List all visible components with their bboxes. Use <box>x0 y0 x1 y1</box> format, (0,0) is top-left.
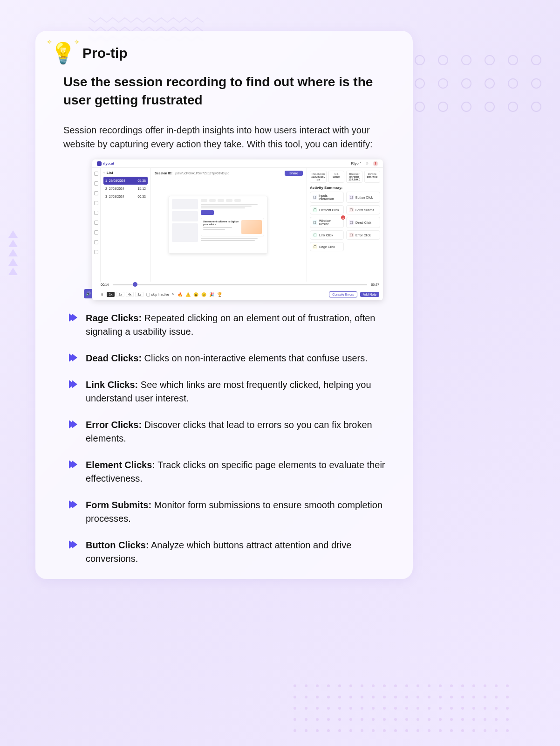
bullet-item: Button Clicks: Analyze which buttons att… <box>68 539 398 566</box>
info-cell: Browserchrome 127.0.0.0 <box>346 171 362 183</box>
list-title: List <box>107 171 113 175</box>
brand-name: riyo.ai <box>103 161 114 166</box>
activity-form-submit[interactable]: ▢Form Submit <box>346 205 380 214</box>
console-errors-button[interactable]: Console Errors <box>329 291 357 297</box>
bullet-text: Button Clicks: Analyze which buttons att… <box>86 539 393 566</box>
bullet-text: Error Clicks: Discover clicks that lead … <box>86 418 393 445</box>
rail-icon[interactable] <box>94 230 98 235</box>
rail-icon[interactable] <box>94 250 98 254</box>
emoji-trophy-icon[interactable]: 🏆 <box>217 292 222 297</box>
bullet-text: Rage Clicks: Repeated clicking on an ele… <box>86 311 393 338</box>
chevron-right-icon <box>68 352 77 365</box>
scrubber-knob[interactable] <box>133 282 137 287</box>
chevron-right-icon <box>68 312 77 338</box>
rail-icon[interactable] <box>94 240 98 244</box>
bullet-text: Form Submits: Monitor form submissions t… <box>86 498 393 525</box>
rail-icon[interactable] <box>94 211 98 215</box>
tip-intro: Session recordings offer in-depth insigh… <box>63 123 398 151</box>
emoji-warn-icon[interactable]: ⚠️ <box>185 292 191 297</box>
rail-icon[interactable] <box>94 181 98 186</box>
info-cell: OSLinux <box>328 171 344 183</box>
activity-error-click[interactable]: ▢Error Click <box>346 230 380 240</box>
bullet-item: Rage Clicks: Repeated clicking on an ele… <box>68 311 398 338</box>
chevron-right-icon <box>68 539 77 566</box>
account-switcher[interactable]: Riyo ˅ <box>351 161 362 166</box>
activity-element-click[interactable]: ▢Element Click <box>310 205 344 214</box>
bullet-item: Error Clicks: Discover clicks that lead … <box>68 418 398 445</box>
bullet-item: Dead Clicks: Clicks on non-interactive e… <box>68 352 398 365</box>
speed-1x[interactable]: 1x <box>107 292 115 297</box>
brand-logo[interactable]: riyo.ai <box>97 161 114 166</box>
activity-link-click[interactable]: ▢Link Click <box>310 230 344 240</box>
page-preview: Assessment software to digitize your adv… <box>169 196 267 254</box>
rail-icon[interactable] <box>94 191 98 195</box>
bullet-item: Link Clicks: See which links are most fr… <box>68 378 398 405</box>
pro-tip-label: Pro-tip <box>82 45 128 61</box>
speed-2x[interactable]: 2x <box>116 292 124 297</box>
session-row[interactable]: 3 2//08/202400:33 <box>103 193 148 200</box>
time-current: 00:14 <box>101 283 109 286</box>
session-recording-screenshot: 🔊 riyo.ai Riyo ˅ ☺ $ <box>92 159 383 300</box>
session-id-label: Session ID: <box>155 172 172 175</box>
session-id-value: pdnYucP06A1P5H7Zcq3Tpy01vDysc <box>175 172 229 175</box>
chevron-right-icon <box>68 419 77 445</box>
bullet-text: Link Clicks: See which links are most fr… <box>86 378 393 405</box>
user-icon[interactable]: ☺ <box>365 161 369 166</box>
bullet-text: Dead Clicks: Clicks on non-interactive e… <box>86 352 368 365</box>
lightbulb-icon: 💡 <box>50 41 76 65</box>
session-row[interactable]: 1 29/08/202405:38 <box>103 177 148 185</box>
bullet-item: Form Submits: Monitor form submissions t… <box>68 498 398 525</box>
activity-inputs-interaction[interactable]: ▢Inputs Interaction <box>310 192 344 203</box>
share-button[interactable]: Share <box>285 171 303 176</box>
preview-card-title: Assessment software to digitize your adv… <box>203 220 239 226</box>
emoji-think-icon[interactable]: 😐 <box>193 292 198 297</box>
emoji-angry-icon[interactable]: 😠 <box>201 292 206 297</box>
volume-tab-icon[interactable]: 🔊 <box>84 289 92 298</box>
bullet-list: Rage Clicks: Repeated clicking on an ele… <box>68 311 398 566</box>
rail-icon[interactable] <box>94 221 98 225</box>
chevron-right-icon <box>68 459 77 485</box>
activity-summary-title: Activity Summary: <box>310 186 380 190</box>
edit-icon[interactable]: ✎ <box>172 293 175 297</box>
emoji-party-icon[interactable]: 🎉 <box>209 292 214 297</box>
add-note-button[interactable]: Add Note <box>360 292 379 297</box>
activity-button-click[interactable]: ▢Button Click <box>346 192 380 203</box>
list-header[interactable]: ‹ List <box>103 171 148 175</box>
rail-icon[interactable] <box>94 201 98 205</box>
tip-title: Use the session recording to find out wh… <box>63 73 398 109</box>
side-rail <box>92 168 101 282</box>
session-row[interactable]: 2 2//08/202415:12 <box>103 185 148 193</box>
avatar[interactable]: $ <box>373 161 378 166</box>
chevron-right-icon <box>68 499 77 525</box>
activity-rage-click[interactable]: ▢Rage Click <box>310 242 344 251</box>
back-icon[interactable]: ‹ <box>103 171 105 175</box>
time-total: 05:37 <box>371 283 379 286</box>
bg-circles <box>415 55 541 65</box>
bg-dots <box>294 684 509 732</box>
bg-triangles <box>8 230 18 277</box>
bg-circles <box>415 102 541 112</box>
playback-timeline[interactable]: 00:14 05:37 <box>101 283 379 286</box>
bullet-text: Element Clicks: Track clicks on specific… <box>86 458 393 485</box>
activity-window-resize[interactable]: ▢Window Resize1 <box>310 217 344 228</box>
emoji-fire-icon[interactable]: 🔥 <box>178 292 183 297</box>
chevron-right-icon <box>68 379 77 405</box>
activity-dead-click[interactable]: ▢Dead Click <box>346 217 380 228</box>
speed-4x[interactable]: 4x <box>126 292 134 297</box>
rail-icon[interactable] <box>94 172 98 176</box>
info-cell: Devicedesktop <box>364 171 380 183</box>
skip-inactive-toggle[interactable]: skip inactive <box>146 293 169 297</box>
pro-tip-card: 💡 Pro-tip Use the session recording to f… <box>35 31 413 579</box>
bullet-item: Element Clicks: Track clicks on specific… <box>68 458 398 485</box>
bg-circles <box>415 78 541 89</box>
pause-icon[interactable]: ⏸ <box>101 293 104 296</box>
speed-8x[interactable]: 8x <box>135 292 143 297</box>
info-cell: Resolution1920x1080 px <box>310 171 327 183</box>
